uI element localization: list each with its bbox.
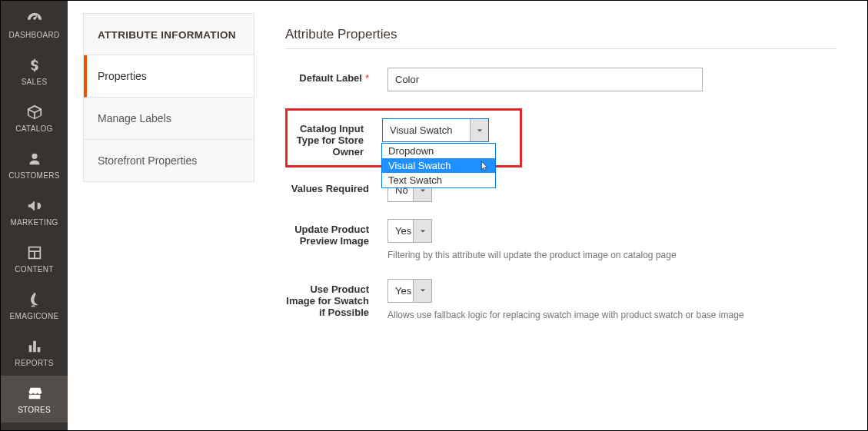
option-text-swatch[interactable]: Text Swatch [382, 173, 495, 187]
field-catalog-input-type: Catalog Input Type for Store Owner Visua… [285, 108, 836, 167]
admin-nav: DASHBOARD SALES CATALOG CUSTOMERS MARKET… [1, 1, 68, 430]
tab-label: Manage Labels [98, 112, 171, 124]
nav-dashboard[interactable]: DASHBOARD [1, 1, 68, 48]
tab-label: Properties [98, 70, 147, 82]
chevron-down-icon[interactable] [413, 280, 431, 302]
option-dropdown[interactable]: Dropdown [382, 144, 495, 158]
nav-label: STORES [18, 406, 51, 414]
option-visual-swatch[interactable]: Visual Swatch [382, 158, 495, 173]
nav-label: MARKETING [10, 218, 58, 227]
divider [285, 48, 836, 49]
option-label: Text Swatch [388, 174, 442, 186]
panel-tabs: Properties Manage Labels Storefront Prop… [84, 55, 254, 181]
fallback-select[interactable]: Yes [387, 279, 432, 303]
bar-chart-icon [26, 338, 43, 356]
chevron-down-icon[interactable] [413, 220, 431, 242]
chevron-down-icon[interactable] [470, 119, 488, 141]
field-label: Catalog Input Type for Store Owner [295, 118, 368, 157]
section-heading: Attribute Properties [285, 27, 836, 42]
panel-title: ATTRIBUTE INFORMATION [84, 14, 254, 55]
field-label: Default Label* [285, 68, 374, 84]
nav-label: EMAGICONE [10, 312, 59, 320]
update-preview-select[interactable]: Yes [387, 219, 432, 243]
catalog-input-type-select[interactable]: Visual Swatch [382, 118, 489, 142]
nav-label: CONTENT [15, 265, 53, 274]
label-text: Default Label [299, 72, 362, 84]
nav-content[interactable]: CONTENT [1, 235, 68, 282]
nav-label: CUSTOMERS [8, 171, 59, 180]
tab-manage-labels[interactable]: Manage Labels [84, 98, 254, 140]
box-icon [26, 104, 43, 122]
field-values-required: Values Required No [285, 178, 836, 202]
required-asterisk: * [365, 72, 369, 84]
nav-label: CATALOG [15, 124, 52, 133]
select-value: Yes [388, 220, 413, 242]
attribute-properties-form: Attribute Properties Default Label* Cata… [285, 13, 860, 430]
field-update-preview-image: Update Product Preview Image Yes Filteri… [285, 219, 836, 262]
nav-stores[interactable]: STORES [1, 376, 68, 423]
nav-emagicone[interactable]: EMAGICONE [1, 282, 68, 329]
person-icon [26, 151, 43, 169]
catalog-input-type-dropdown: Dropdown Visual Swatch Text Swatch [381, 143, 496, 188]
field-control: Yes Filtering by this attribute will upd… [374, 219, 836, 262]
tab-label: Storefront Properties [98, 154, 197, 167]
field-default-label: Default Label* [285, 68, 836, 91]
attribute-info-panel: ATTRIBUTE INFORMATION Properties Manage … [83, 13, 254, 182]
nav-label: REPORTS [15, 359, 53, 367]
nav-catalog[interactable]: CATALOG [1, 94, 68, 141]
field-label: Update Product Preview Image [285, 219, 374, 247]
app-frame: DASHBOARD SALES CATALOG CUSTOMERS MARKET… [0, 0, 868, 431]
gauge-icon [26, 10, 43, 28]
field-hint: Filtering by this attribute will update … [387, 249, 787, 262]
label-text: Catalog Input Type for Store Owner [297, 123, 364, 157]
nav-sales[interactable]: SALES [1, 48, 68, 94]
nav-reports[interactable]: REPORTS [1, 329, 68, 376]
dollar-icon [26, 57, 43, 75]
nav-label: DASHBOARD [8, 31, 59, 39]
default-label-input[interactable] [387, 68, 703, 91]
field-control: Yes Allows use fallback logic for replac… [374, 279, 836, 322]
nav-label: SALES [22, 78, 48, 86]
main-area: ATTRIBUTE INFORMATION Properties Manage … [68, 1, 867, 430]
select-value: Yes [388, 280, 413, 302]
option-label: Visual Swatch [388, 160, 451, 171]
callout-highlight: Catalog Input Type for Store Owner Visua… [285, 108, 522, 167]
cursor-icon [480, 159, 491, 173]
nav-customers[interactable]: CUSTOMERS [1, 141, 68, 188]
field-control [374, 68, 836, 91]
tab-storefront-properties[interactable]: Storefront Properties [84, 140, 254, 181]
leaf-icon [26, 291, 43, 310]
storefront-icon [26, 385, 43, 403]
field-label: Values Required [285, 178, 374, 194]
megaphone-icon [26, 197, 43, 216]
field-hint: Allows use fallback logic for replacing … [387, 309, 787, 322]
field-use-product-image: Use Product Image for Swatch if Possible… [285, 279, 836, 322]
nav-marketing[interactable]: MARKETING [1, 188, 68, 235]
layout-icon [26, 244, 43, 263]
option-label: Dropdown [388, 145, 434, 157]
field-label: Use Product Image for Swatch if Possible [285, 279, 374, 318]
tab-properties[interactable]: Properties [84, 55, 254, 98]
select-value: Visual Swatch [383, 119, 470, 141]
